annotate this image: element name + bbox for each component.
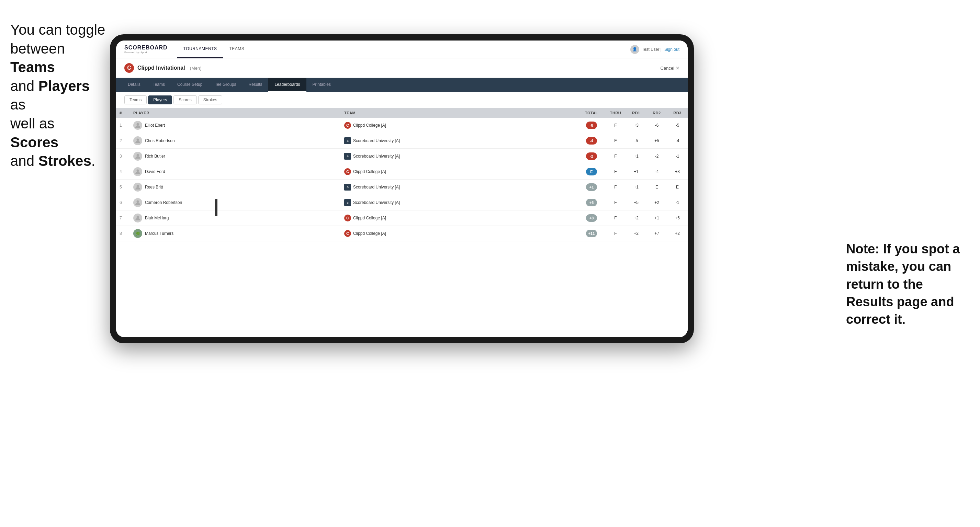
col-team: TEAM (341, 108, 578, 118)
left-annotation: You can toggle between Teams and Players… (10, 21, 107, 171)
col-rd3: RD3 (667, 108, 688, 118)
cell-rank: 6 (116, 195, 130, 210)
right-annotation: Note: If you spot a mistake, you can ret… (846, 240, 970, 328)
team-name: Clippd College [A] (353, 169, 386, 174)
annotation-scores-bold: Scores (10, 134, 58, 150)
nav-tournaments[interactable]: TOURNAMENTS (177, 41, 223, 58)
tab-teams[interactable]: Teams (147, 78, 171, 92)
team-logo: S (344, 137, 351, 144)
cell-thru: F (605, 210, 626, 226)
cell-total: -8 (578, 118, 605, 133)
team-name: Scoreboard University [A] (353, 154, 400, 159)
player-name: Rees Britt (145, 185, 163, 189)
svg-point-2 (137, 139, 139, 141)
tablet-frame: SCOREBOARD Powered by clippd TOURNAMENTS… (110, 34, 694, 343)
cell-rd1: +3 (626, 118, 646, 133)
tab-course-setup[interactable]: Course Setup (171, 78, 208, 92)
table-row: 2Chris RobertsonSScoreboard University [… (116, 133, 688, 149)
table-row: 7Blair McHargCClippd College [A]+8F+2+1+… (116, 210, 688, 226)
cell-rank: 2 (116, 133, 130, 149)
svg-point-3 (137, 154, 139, 157)
col-total: TOTAL (578, 108, 605, 118)
tab-leaderboards[interactable]: Leaderboards (268, 78, 306, 92)
cell-rd2: E (646, 179, 667, 195)
logo-sub-text: Powered by clippd (124, 51, 168, 54)
score-badge: +1 (586, 183, 597, 191)
team-logo: S (344, 199, 351, 206)
svg-point-1 (137, 123, 139, 125)
cell-rd1: -5 (626, 133, 646, 149)
leaderboard-table: # PLAYER TEAM TOTAL THRU RD1 RD2 RD3 1El… (116, 108, 688, 337)
cancel-button[interactable]: Cancel ✕ (660, 65, 679, 71)
cell-thru: F (605, 118, 626, 133)
tab-results[interactable]: Results (242, 78, 268, 92)
cell-team: SScoreboard University [A] (341, 195, 578, 210)
cell-rd3: -4 (667, 133, 688, 149)
nav-links: TOURNAMENTS TEAMS (177, 41, 630, 58)
toggle-strokes[interactable]: Strokes (198, 95, 223, 104)
tab-tee-groups[interactable]: Tee Groups (208, 78, 242, 92)
nav-teams[interactable]: TEAMS (223, 41, 251, 58)
annotation-players-bold: Players (38, 78, 90, 94)
cell-total: E (578, 164, 605, 179)
cell-rank: 1 (116, 118, 130, 133)
tab-details[interactable]: Details (122, 78, 147, 92)
toggle-players[interactable]: Players (148, 95, 172, 104)
cell-rd2: -6 (646, 118, 667, 133)
cell-rd1: +1 (626, 149, 646, 164)
cell-player: David Ford (130, 164, 341, 179)
logo-main-text: SCOREBOARD (124, 44, 168, 51)
cell-rd2: +2 (646, 195, 667, 210)
signout-link[interactable]: Sign out (664, 47, 679, 52)
cell-rd1: +2 (626, 210, 646, 226)
score-badge: -4 (586, 137, 597, 144)
cell-thru: F (605, 195, 626, 210)
cell-rd3: E (667, 179, 688, 195)
cell-rd1: +5 (626, 195, 646, 210)
annotation-strokes-bold: Strokes (38, 153, 91, 169)
player-name: Elliot Ebert (145, 123, 165, 128)
svg-point-7 (137, 216, 139, 218)
team-name: Clippd College [A] (353, 231, 386, 236)
toggle-scores[interactable]: Scores (173, 95, 196, 104)
cell-rd3: +2 (667, 226, 688, 241)
player-avatar (133, 214, 142, 222)
player-avatar (133, 198, 142, 207)
cell-team: CClippd College [A] (341, 226, 578, 241)
team-logo: S (344, 184, 351, 190)
team-logo: C (344, 214, 351, 221)
player-name: Blair McHarg (145, 216, 169, 221)
tournament-title-row: C Clippd Invitational (Men) (124, 63, 202, 73)
cell-player: Rich Butler (130, 149, 341, 164)
table-row: 8🌿Marcus TurnersCClippd College [A]+11F+… (116, 226, 688, 241)
cell-rd1: +2 (626, 226, 646, 241)
cell-thru: F (605, 164, 626, 179)
cell-rank: 3 (116, 149, 130, 164)
player-avatar (133, 121, 142, 130)
user-name: Test User | (642, 47, 662, 52)
score-badge: +6 (586, 199, 597, 206)
player-name: Rich Butler (145, 154, 165, 159)
table-row: 1Elliot EbertCClippd College [A]-8F+3-6-… (116, 118, 688, 133)
team-name: Scoreboard University [A] (353, 185, 400, 189)
player-name: Cameron Robertson (145, 200, 182, 205)
tab-printables[interactable]: Printables (306, 78, 337, 92)
top-nav: SCOREBOARD Powered by clippd TOURNAMENTS… (116, 41, 688, 58)
cell-player: Elliot Ebert (130, 118, 341, 133)
app-logo: SCOREBOARD Powered by clippd (124, 44, 168, 54)
cell-rd1: +1 (626, 179, 646, 195)
toggle-teams[interactable]: Teams (124, 95, 147, 104)
cell-total: +6 (578, 195, 605, 210)
cell-rank: 7 (116, 210, 130, 226)
cell-player: Chris Robertson (130, 133, 341, 149)
cell-player: 🌿Marcus Turners (130, 226, 341, 241)
player-avatar: 🌿 (133, 229, 142, 238)
cell-rd2: +7 (646, 226, 667, 241)
team-logo: C (344, 122, 351, 129)
player-avatar (133, 152, 142, 161)
team-name: Scoreboard University [A] (353, 138, 400, 143)
cell-rank: 5 (116, 179, 130, 195)
user-avatar: 👤 (630, 45, 639, 54)
cell-rd3: -1 (667, 195, 688, 210)
right-annotation-text: Note: If you spot a mistake, you can ret… (846, 242, 960, 327)
